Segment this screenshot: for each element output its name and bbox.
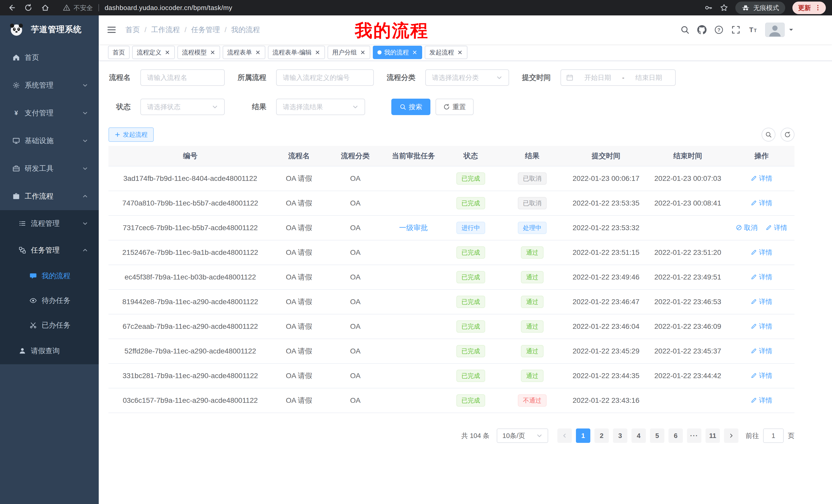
toggle-search-button[interactable] [761,128,775,142]
edit-icon [751,323,757,329]
create-process-button[interactable]: 发起流程 [108,128,154,142]
tab-close-icon[interactable] [164,50,170,55]
result-badge: 通过 [521,296,544,308]
next-page-button[interactable] [724,428,738,443]
tab-process-form-edit[interactable]: 流程表单-编辑 [268,46,325,59]
sidebar-item-payment[interactable]: ¥支付管理 [0,99,99,127]
goto-page-input[interactable] [763,428,784,443]
action-detail-link[interactable]: 详情 [751,371,772,380]
password-key-icon[interactable] [704,4,713,12]
page-5-button[interactable]: 5 [650,428,665,443]
tab-close-icon[interactable] [412,50,418,55]
breadcrumb-item[interactable]: 任务管理 [191,25,220,35]
tab-my-process[interactable]: 我的流程 [373,46,422,59]
update-button[interactable]: 更新 [792,2,826,14]
sidebar-item-my-process[interactable]: 我的流程 [0,263,99,288]
result-placeholder: 请选择流结果 [283,103,323,111]
action-cancel-link[interactable]: 取消 [736,223,757,232]
page-ellipsis[interactable]: ··· [687,428,701,443]
tab-start-process[interactable]: 发起流程 [425,46,467,59]
prev-page-button[interactable] [557,428,572,443]
browser-reload-icon[interactable] [24,4,32,12]
sidebar-item-label: 研发工具 [25,164,53,173]
fullscreen-icon[interactable] [731,25,740,34]
action-detail-link[interactable]: 详情 [751,174,772,183]
cell-status: 已完成 [442,370,499,382]
sidebar-item-label: 我的流程 [42,271,71,281]
parent-process-input[interactable] [276,69,374,86]
avatar[interactable] [765,23,785,37]
tab-process-form[interactable]: 流程表单 [223,46,265,59]
sidebar-item-infra[interactable]: 基础设施 [0,127,99,155]
page-6-button[interactable]: 6 [669,428,683,443]
category-select[interactable]: 请选择流程分类 [425,69,509,86]
browser-home-icon[interactable] [41,4,49,12]
sidebar-item-done-tasks[interactable]: 已办任务 [0,313,99,338]
browser-menu-dots-icon[interactable] [814,4,821,11]
page-size-select[interactable]: 10条/页 [497,428,548,443]
tab-close-icon[interactable] [457,50,463,55]
sidebar-item-todo-tasks[interactable]: 待办任务 [0,288,99,313]
tab-close-icon[interactable] [360,50,366,55]
tab-close-icon[interactable] [210,50,215,55]
process-name-input[interactable] [140,69,225,86]
tab-home[interactable]: 首页 [108,46,130,59]
cell-id: 3ad174fb-7b9d-11ec-8404-acde48001122 [108,174,272,183]
security-label[interactable]: 不安全 [74,4,93,12]
cell-id: 2152467e-7b9b-11ec-9a1b-acde48001122 [108,248,272,257]
status-badge: 已完成 [457,345,485,357]
sidebar-item-system[interactable]: 系统管理 [0,72,99,99]
action-detail-link[interactable]: 详情 [751,346,772,356]
sidebar-item-workflow[interactable]: 工作流程 [0,183,99,210]
page-4-button[interactable]: 4 [631,428,646,443]
sidebar-item-leave-query[interactable]: 请假查询 [0,338,99,364]
submit-time-range-picker[interactable]: 开始日期 - 结束日期 [561,69,676,86]
browser-back-icon[interactable] [7,4,16,12]
avatar-dropdown[interactable] [765,23,794,37]
page-1-button[interactable]: 1 [576,428,590,443]
tab-process-model[interactable]: 流程模型 [177,46,220,59]
page-11-button[interactable]: 11 [705,428,720,443]
action-detail-link[interactable]: 详情 [751,248,772,257]
tab-close-icon[interactable] [255,50,261,55]
hamburger-icon[interactable] [106,25,117,35]
action-detail-link[interactable]: 详情 [751,396,772,405]
action-detail-link[interactable]: 详情 [751,297,772,306]
reset-button[interactable]: 重置 [436,99,474,115]
search-button[interactable]: 搜索 [391,99,431,115]
result-label: 结果 [238,102,266,112]
breadcrumb-item[interactable]: 工作流程 [151,25,180,35]
page-2-button[interactable]: 2 [594,428,609,443]
action-detail-link[interactable]: 详情 [751,322,772,331]
sidebar-item-label: 任务管理 [31,245,60,255]
tab-close-icon[interactable] [315,50,320,55]
status-badge: 已完成 [457,296,485,308]
action-detail-link[interactable]: 详情 [766,223,787,232]
sidebar-item-process-mgmt[interactable]: 流程管理 [0,210,99,237]
page-3-button[interactable]: 3 [613,428,627,443]
tab-process-definition[interactable]: 流程定义 [132,46,175,59]
address-bar[interactable]: 不安全 dashboard.yudao.iocoder.cn/bpm/task/… [63,4,704,12]
current-task-link[interactable]: 一级审批 [399,224,428,232]
action-detail-link[interactable]: 详情 [751,273,772,282]
help-icon[interactable]: ? [714,25,724,34]
action-detail-link[interactable]: 详情 [751,199,772,207]
sidebar-item-label: 流程管理 [31,219,60,228]
font-size-icon[interactable]: TT [748,25,757,34]
url-text[interactable]: dashboard.yudao.iocoder.cn/bpm/task/my [105,4,232,12]
table-row: 819442e8-7b9a-11ec-a290-acde48001122OA 请… [108,290,795,314]
sidebar-item-home[interactable]: 首页 [0,44,99,72]
tab-user-group[interactable]: 用户分组 [328,46,370,59]
github-icon[interactable] [697,25,706,34]
refresh-button[interactable] [781,128,795,142]
breadcrumb-item[interactable]: 首页 [126,25,140,35]
sidebar-item-devtools[interactable]: 研发工具 [0,155,99,183]
bookmark-star-icon[interactable] [720,4,728,12]
action-label: 详情 [759,273,772,282]
sidebar-item-task-mgmt[interactable]: 任务管理 [0,237,99,263]
browser-nav [7,4,49,12]
result-select[interactable]: 请选择流结果 [276,99,365,115]
search-icon[interactable] [680,25,690,34]
app-logo[interactable]: 芋道管理系统 [0,16,99,44]
status-select[interactable]: 请选择状态 [140,99,225,115]
